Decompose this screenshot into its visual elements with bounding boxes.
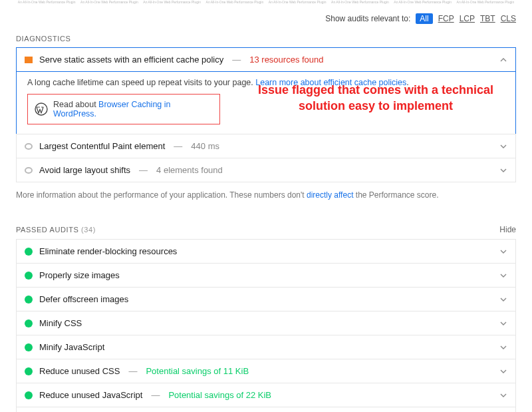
audit-minify-js[interactable]: Minify JavaScript: [16, 335, 516, 359]
dash: —: [128, 366, 137, 376]
filter-fcp[interactable]: FCP: [438, 14, 454, 23]
status-neutral-icon: [25, 167, 33, 174]
diagnostics-list: Serve static assets with an efficient ca…: [0, 47, 532, 182]
status-pass-icon: [25, 296, 33, 304]
audit-title: Largest Contentful Paint element: [39, 141, 165, 151]
audit-render-blocking[interactable]: Eliminate render-blocking resources: [16, 239, 516, 264]
chevron-up-icon[interactable]: [499, 56, 507, 64]
audit-title: Properly size images: [39, 270, 120, 280]
wordpress-icon: [35, 103, 48, 116]
audit-size-images[interactable]: Properly size images: [16, 263, 516, 288]
audit-title: Reduce unused CSS: [39, 366, 120, 376]
status-pass-icon: [25, 248, 33, 256]
screenshot-strip: An All-In-One Web Performance PluginAn A…: [0, 0, 532, 7]
wp-tip-text: Read about Browser Caching in WordPress.: [53, 100, 213, 118]
directly-affect-link[interactable]: directly affect: [307, 190, 353, 200]
chevron-down-icon[interactable]: [499, 319, 507, 327]
audit-expanded-body: A long cache lifetime can speed up repea…: [16, 71, 516, 134]
status-pass-icon: [25, 391, 33, 399]
audit-detail: 440 ms: [191, 141, 219, 151]
passed-audits-header[interactable]: PASSED AUDITS (34) Hide: [0, 206, 532, 240]
diagnostics-footnote: More information about the performance o…: [0, 182, 532, 206]
status-warning-icon: [25, 57, 33, 63]
audit-detail: Potential savings of 22 KiB: [168, 390, 271, 400]
chevron-down-icon[interactable]: [499, 367, 507, 375]
audit-title: Minify CSS: [39, 318, 82, 328]
status-pass-icon: [25, 367, 33, 375]
audit-title: Eliminate render-blocking resources: [39, 246, 177, 256]
dash: —: [232, 55, 241, 65]
audit-unused-js[interactable]: Reduce unused JavaScript — Potential sav…: [16, 383, 516, 407]
chevron-down-icon[interactable]: [499, 296, 507, 304]
chevron-down-icon[interactable]: [499, 166, 507, 174]
audit-layout-shifts[interactable]: Avoid large layout shifts — 4 elements f…: [16, 158, 516, 182]
diagnostics-heading: DIAGNOSTICS: [0, 28, 532, 48]
filter-all[interactable]: All: [416, 13, 432, 24]
chevron-down-icon[interactable]: [499, 142, 507, 150]
audit-unused-css[interactable]: Reduce unused CSS — Potential savings of…: [16, 359, 516, 383]
audit-detail: 13 resources found: [249, 55, 323, 65]
filter-cls[interactable]: CLS: [501, 14, 516, 23]
chevron-down-icon[interactable]: [499, 391, 507, 399]
filter-lcp[interactable]: LCP: [460, 14, 475, 23]
audit-description: A long cache lifetime can speed up repea…: [27, 78, 255, 87]
dash: —: [174, 141, 182, 151]
filter-tbt[interactable]: TBT: [480, 14, 495, 23]
status-neutral-icon: [25, 143, 33, 150]
audit-cache-policy[interactable]: Serve static assets with an efficient ca…: [16, 47, 516, 72]
audit-detail: 4 elements found: [156, 165, 223, 175]
chevron-down-icon[interactable]: [499, 248, 507, 256]
audit-title: Reduce unused JavaScript: [39, 390, 142, 400]
audit-lcp-element[interactable]: Largest Contentful Paint element — 440 m…: [16, 134, 516, 158]
audit-minify-css[interactable]: Minify CSS: [16, 311, 516, 335]
dash: —: [151, 390, 160, 400]
chevron-down-icon[interactable]: [499, 343, 507, 351]
chevron-down-icon[interactable]: [499, 272, 507, 280]
learn-more-link[interactable]: Learn more about efficient cache policie…: [255, 78, 406, 87]
audit-title: Minify JavaScript: [39, 342, 104, 352]
status-pass-icon: [25, 319, 33, 327]
audit-encode-images[interactable]: Efficiently encode images: [16, 407, 516, 412]
dash: —: [139, 165, 148, 175]
wordpress-tip-box: Read about Browser Caching in WordPress.: [27, 94, 220, 124]
audit-title: Avoid large layout shifts: [39, 165, 130, 175]
passed-audits-list: Eliminate render-blocking resources Prop…: [0, 239, 532, 412]
audit-detail: Potential savings of 11 KiB: [146, 366, 249, 376]
hide-toggle[interactable]: Hide: [499, 225, 516, 234]
status-pass-icon: [25, 272, 33, 280]
audit-title: Defer offscreen images: [39, 294, 128, 304]
audit-defer-offscreen[interactable]: Defer offscreen images: [16, 287, 516, 311]
passed-title: PASSED AUDITS (34): [16, 226, 96, 234]
audit-title: Serve static assets with an efficient ca…: [39, 55, 223, 65]
filter-label: Show audits relevant to:: [325, 14, 410, 23]
status-pass-icon: [25, 343, 33, 351]
passed-count: (34): [81, 226, 96, 234]
audit-filter-row: Show audits relevant to: All FCP LCP TBT…: [0, 7, 532, 28]
